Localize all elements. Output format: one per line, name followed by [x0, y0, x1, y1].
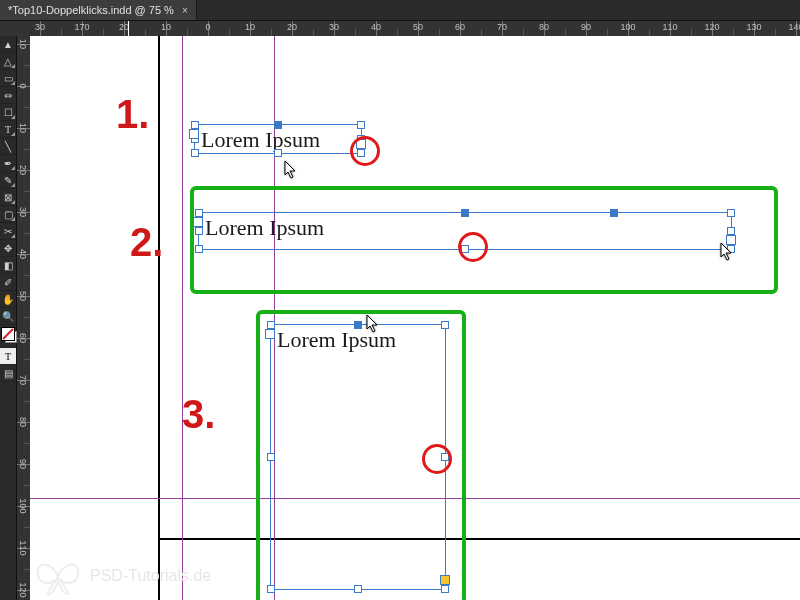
- selection-handle[interactable]: [354, 585, 362, 593]
- text-out-port[interactable]: [726, 235, 736, 245]
- selection-handle[interactable]: [727, 227, 735, 235]
- gap-tool-icon[interactable]: ⇔: [0, 87, 16, 104]
- selection-handle[interactable]: [727, 209, 735, 217]
- selection-handle[interactable]: [195, 209, 203, 217]
- page-edge-left: [158, 36, 160, 600]
- text-in-port[interactable]: [193, 217, 203, 227]
- pen-tool-icon[interactable]: ✒: [0, 155, 16, 172]
- annotation-number-1: 1.: [116, 92, 149, 137]
- text-frame-3[interactable]: Lorem Ipsum: [270, 324, 446, 590]
- close-icon[interactable]: ×: [182, 5, 188, 16]
- screen-mode-icon[interactable]: ▤: [0, 365, 16, 382]
- selection-handle[interactable]: [267, 585, 275, 593]
- content-collector-tool-icon[interactable]: ☐: [0, 104, 16, 121]
- selection-handle[interactable]: [267, 453, 275, 461]
- format-container-icon[interactable]: T: [0, 348, 16, 365]
- rectangle-frame-tool-icon[interactable]: ⊠: [0, 189, 16, 206]
- vertical-ruler[interactable]: 100102030405060708090100110120: [16, 36, 31, 600]
- selection-reference-point[interactable]: [610, 209, 618, 217]
- text-in-port[interactable]: [265, 329, 275, 339]
- document-canvas[interactable]: 1. 2. 3. Lorem Ipsum Lorem Ipsum Lorem I…: [30, 36, 800, 600]
- butterfly-icon: [34, 556, 82, 596]
- scissors-tool-icon[interactable]: ✂: [0, 223, 16, 240]
- watermark: PSD-Tutorials.de: [34, 556, 211, 596]
- text-frame-1[interactable]: Lorem Ipsum: [194, 124, 362, 154]
- selection-handle[interactable]: [274, 121, 282, 129]
- text-frame-1-content: Lorem Ipsum: [201, 127, 320, 153]
- selection-handle[interactable]: [727, 245, 735, 253]
- text-in-port[interactable]: [189, 129, 199, 139]
- pencil-tool-icon[interactable]: ✎: [0, 172, 16, 189]
- text-frame-3-content: Lorem Ipsum: [277, 327, 396, 353]
- text-out-port[interactable]: [440, 575, 450, 585]
- selection-handle[interactable]: [274, 149, 282, 157]
- fill-stroke-swatch[interactable]: [0, 325, 16, 348]
- line-tool-icon[interactable]: ╲: [0, 138, 16, 155]
- document-tab-title: *Top10-Doppelklicks.indd @ 75 %: [8, 4, 174, 16]
- zoom-tool-icon[interactable]: 🔍: [0, 308, 16, 325]
- tools-panel: ▲ △ ▭ ⇔ ☐ T ╲ ✒ ✎ ⊠ ▢ ✂ ✥ ◧ ✐ ✋ 🔍 T ▤: [0, 36, 17, 600]
- selection-handle[interactable]: [191, 149, 199, 157]
- watermark-text: PSD-Tutorials.de: [90, 567, 211, 585]
- annotation-number-2: 2.: [130, 220, 163, 265]
- selection-handle[interactable]: [267, 321, 275, 329]
- selection-handle[interactable]: [191, 121, 199, 129]
- document-tab-bar: *Top10-Doppelklicks.indd @ 75 % ×: [0, 0, 800, 20]
- text-frame-2-content: Lorem Ipsum: [205, 215, 324, 241]
- annotation-circle-1: [350, 136, 380, 166]
- page-tool-icon[interactable]: ▭: [0, 70, 16, 87]
- selection-handle[interactable]: [195, 227, 203, 235]
- app-root: *Top10-Doppelklicks.indd @ 75 % × 301702…: [0, 0, 800, 600]
- eyedropper-tool-icon[interactable]: ✐: [0, 274, 16, 291]
- selection-handle[interactable]: [195, 245, 203, 253]
- transform-tool-icon[interactable]: ✥: [0, 240, 16, 257]
- annotation-circle-2: [458, 232, 488, 262]
- selection-handle[interactable]: [357, 121, 365, 129]
- hand-tool-icon[interactable]: ✋: [0, 291, 16, 308]
- rectangle-tool-icon[interactable]: ▢: [0, 206, 16, 223]
- annotation-circle-3: [422, 444, 452, 474]
- selection-tool-icon[interactable]: ▲: [0, 36, 16, 53]
- direct-selection-tool-icon[interactable]: △: [0, 53, 16, 70]
- selection-handle[interactable]: [441, 321, 449, 329]
- vertical-guide-1[interactable]: [182, 36, 183, 600]
- selection-handle[interactable]: [461, 209, 469, 217]
- type-tool-icon[interactable]: T: [0, 121, 16, 138]
- gradient-tool-icon[interactable]: ◧: [0, 257, 16, 274]
- selection-handle[interactable]: [354, 321, 362, 329]
- cursor-icon-1: [284, 160, 298, 180]
- page-edge-bottom: [158, 538, 800, 540]
- annotation-number-3: 3.: [182, 392, 215, 437]
- document-tab[interactable]: *Top10-Doppelklicks.indd @ 75 % ×: [0, 0, 197, 20]
- selection-handle[interactable]: [441, 585, 449, 593]
